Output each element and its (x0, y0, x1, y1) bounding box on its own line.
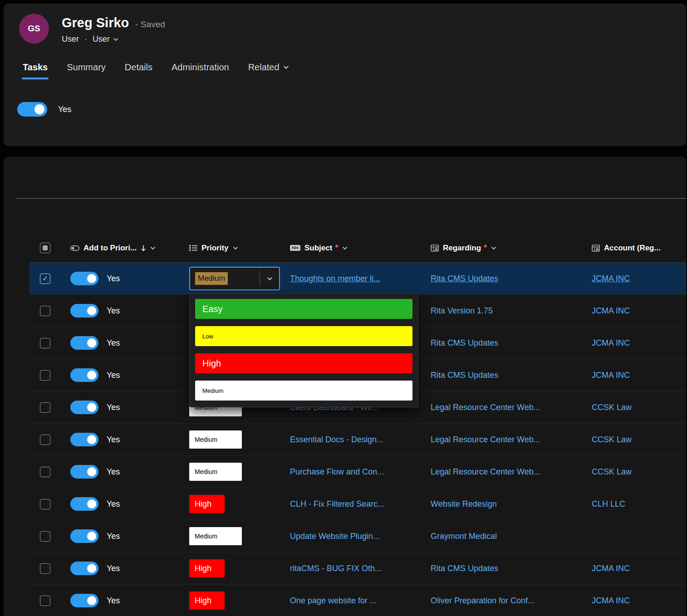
record-header-card: GS Greg Sirko - Saved User · User Tasks … (4, 4, 686, 146)
table-row[interactable]: YesMediumEssential Docs - Design...Legal… (29, 424, 686, 456)
priority-editor: MediumEasyLowHighMedium (189, 267, 280, 290)
tab-label: Details (125, 62, 152, 73)
subject-link[interactable]: Update Website Plugin... (290, 532, 380, 541)
entity-type-label: User (62, 34, 79, 44)
subject-link[interactable]: Essential Docs - Design... (290, 435, 383, 445)
tab-related[interactable]: Related (247, 62, 290, 79)
tab-summary[interactable]: Summary (66, 62, 107, 79)
regarding-link[interactable]: Rita Version 1.75 (431, 306, 493, 316)
combobox-dropdown-button[interactable] (260, 268, 279, 289)
toggle-state-label: Yes (107, 371, 120, 380)
row-checkbox[interactable] (40, 467, 50, 477)
row-checkbox[interactable] (40, 402, 50, 413)
regarding-link[interactable]: Legal Resource Center Web... (431, 403, 540, 412)
lookup-column-icon (592, 244, 600, 252)
add-to-priority-toggle[interactable] (70, 529, 98, 543)
separator-dot: · (84, 34, 87, 44)
regarding-link[interactable]: Oliver Preparation for Conf... (431, 596, 535, 606)
account-link[interactable]: CCSK Law (592, 467, 632, 477)
subject-link[interactable]: CLH - Fix Filtered Searc... (290, 499, 384, 509)
row-checkbox[interactable] (40, 499, 50, 509)
tab-label: Administration (172, 62, 229, 73)
add-to-priority-toggle[interactable] (70, 401, 98, 414)
form-selector[interactable]: User (93, 34, 118, 44)
select-all-checkbox[interactable] (40, 243, 50, 253)
account-link[interactable]: JCMA INC (592, 274, 630, 284)
account-link[interactable]: JCMA INC (592, 371, 630, 380)
tab-label: Tasks (23, 62, 48, 73)
table-row[interactable]: YesHighritaCMS - BUG FIX Oth...Rita CMS … (29, 552, 686, 585)
toggle-knob (87, 338, 96, 347)
account-link[interactable]: JCMA INC (592, 306, 630, 316)
priority-badge: Medium (189, 430, 242, 449)
regarding-link[interactable]: Graymont Medical (431, 532, 497, 541)
section-divider (16, 198, 686, 199)
priority-option-medium[interactable]: Medium (195, 381, 412, 401)
account-link[interactable]: CCSK Law (592, 435, 632, 445)
table-row[interactable]: YesMediumUpdate Website Plugin...Graymon… (29, 520, 686, 552)
column-header-priority[interactable]: Priority (181, 244, 282, 253)
regarding-link[interactable]: Legal Resource Center Web... (431, 435, 540, 445)
column-header-subject[interactable]: Abc Subject * (282, 243, 422, 253)
column-header-add-to-priority[interactable]: Add to Priori... (62, 244, 181, 253)
tab-administration[interactable]: Administration (171, 62, 230, 79)
add-to-priority-toggle[interactable] (70, 304, 98, 318)
priority-badge: Medium (189, 527, 242, 545)
subject-link[interactable]: One page website for ... (290, 596, 377, 606)
regarding-link[interactable]: Rita CMS Updates (431, 371, 498, 380)
table-row[interactable]: YesHighOne page website for ...Oliver Pr… (29, 585, 686, 616)
account-link[interactable]: JCMA INC (592, 596, 630, 606)
account-link[interactable]: CCSK Law (592, 403, 632, 412)
column-header-account-regarding[interactable]: Account (Reg... (584, 244, 686, 253)
add-to-priority-toggle[interactable] (70, 336, 98, 350)
row-checkbox[interactable] (40, 435, 50, 445)
toggle-knob (87, 596, 96, 605)
regarding-link[interactable]: Rita CMS Updates (431, 274, 498, 284)
regarding-link[interactable]: Legal Resource Center Web... (431, 467, 540, 477)
chevron-down-icon (150, 246, 156, 250)
column-header-regarding[interactable]: Regarding * (422, 243, 584, 253)
tab-details[interactable]: Details (124, 62, 153, 79)
row-checkbox[interactable] (40, 338, 50, 348)
toggle-state-label: Yes (107, 532, 120, 541)
subject-link[interactable]: ritaCMS - BUG FIX Oth... (290, 564, 382, 573)
row-checkbox[interactable] (40, 563, 50, 574)
priority-combobox[interactable]: Medium (189, 267, 280, 290)
priority-dropdown-menu: EasyLowHighMedium (189, 293, 418, 407)
regarding-link[interactable]: Website Redesign (431, 499, 497, 509)
row-checkbox[interactable] (40, 306, 50, 316)
table-row[interactable]: ✓YesMediumEasyLowHighMediumThoughts on m… (29, 263, 686, 295)
regarding-link[interactable]: Rita CMS Updates (431, 338, 498, 348)
yes-no-toggle[interactable] (17, 102, 47, 117)
row-checkbox[interactable]: ✓ (40, 274, 50, 284)
tab-tasks[interactable]: Tasks (22, 62, 49, 79)
chevron-down-icon (233, 246, 238, 250)
table-row[interactable]: YesMediumPurchase Flow and Con...Legal R… (29, 456, 686, 488)
subject-link[interactable]: Thoughts on member li... (290, 274, 380, 284)
table-header-row: Add to Priori... Priority Abc Su (29, 234, 686, 263)
add-to-priority-toggle[interactable] (70, 433, 98, 446)
priority-option-easy[interactable]: Easy (195, 299, 412, 319)
priority-option-low[interactable]: Low (195, 326, 412, 346)
add-to-priority-toggle[interactable] (70, 465, 98, 479)
priority-option-high[interactable]: High (195, 353, 412, 373)
row-checkbox[interactable] (40, 370, 50, 381)
required-marker: * (484, 243, 487, 253)
add-to-priority-toggle[interactable] (70, 594, 98, 607)
regarding-link[interactable]: Rita CMS Updates (431, 564, 498, 573)
account-link[interactable]: CLH LLC (592, 499, 625, 509)
indeterminate-mark (43, 245, 48, 250)
add-to-priority-toggle[interactable] (70, 497, 98, 511)
row-checkbox[interactable] (40, 596, 50, 606)
subject-link[interactable]: Purchase Flow and Con... (290, 467, 384, 477)
add-to-priority-toggle[interactable] (70, 562, 98, 575)
toggle-state-label: Yes (107, 338, 120, 348)
account-link[interactable]: JCMA INC (592, 338, 630, 348)
row-checkbox[interactable] (40, 531, 50, 542)
table-row[interactable]: YesHighCLH - Fix Filtered Searc...Websit… (29, 488, 686, 520)
add-to-priority-toggle[interactable] (70, 272, 98, 285)
account-link[interactable]: JCMA INC (592, 564, 630, 573)
add-to-priority-toggle[interactable] (70, 368, 98, 382)
chevron-down-icon (491, 246, 496, 250)
priority-badge: High (189, 495, 225, 513)
